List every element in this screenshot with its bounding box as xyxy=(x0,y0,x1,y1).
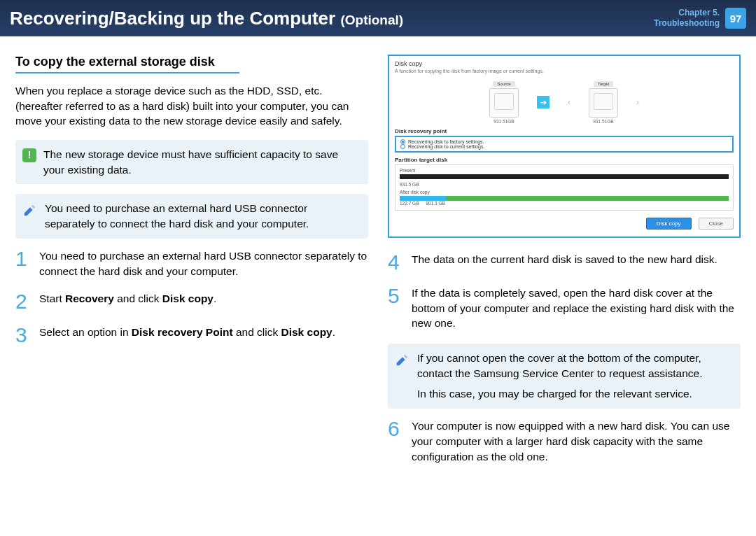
dialog-title: Disk copy xyxy=(395,60,734,67)
source-tag: Source xyxy=(493,81,514,87)
source-size: 931.51GB xyxy=(489,119,519,124)
recovery-point-label: Disk recovery point xyxy=(395,128,734,134)
alert-icon: ! xyxy=(22,148,36,162)
disk-copy-button[interactable]: Disk copy xyxy=(646,218,692,230)
step-number: 1 xyxy=(15,248,31,278)
present-label: Present xyxy=(400,168,729,173)
chapter-line2: Troubleshooting xyxy=(654,18,720,29)
after-label: After disk copy xyxy=(400,190,729,195)
note-icon xyxy=(22,202,38,218)
step-number: 2 xyxy=(15,291,31,312)
partition-label: Partition target disk xyxy=(395,157,734,163)
present-bar xyxy=(400,174,729,179)
title-main: Recovering/Backing up the Computer xyxy=(10,8,335,29)
title-optional: (Optional) xyxy=(340,13,403,27)
chapter-block: Chapter 5. Troubleshooting xyxy=(654,8,720,29)
after-size-b: 801.3 GB xyxy=(426,201,444,206)
left-column: To copy the external storage disk When y… xyxy=(15,55,368,477)
note-service-text: If you cannot open the cover at the bott… xyxy=(417,351,731,402)
option-current[interactable]: Recovering disk to current settings. xyxy=(400,144,728,149)
note-capacity-text: The new storage device must have suffici… xyxy=(43,147,358,177)
option-factory[interactable]: Recovering disk to factory settings. xyxy=(400,139,728,144)
hdd-icon xyxy=(589,88,618,118)
note-capacity: ! The new storage device must have suffi… xyxy=(15,140,368,184)
present-size: 931.5 GB xyxy=(400,182,729,187)
target-size: 931.51GB xyxy=(589,119,618,124)
disk-copy-dialog: Disk copy A function for copying the dis… xyxy=(388,55,741,238)
after-size-a: 122.7 GB xyxy=(400,201,419,206)
option-current-label: Recovering disk to current settings. xyxy=(408,144,484,149)
page-header: Recovering/Backing up the Computer (Opti… xyxy=(0,0,756,36)
after-bar xyxy=(400,196,729,201)
step-2: 2 Start Recovery and click Disk copy. xyxy=(15,291,368,312)
page-title: Recovering/Backing up the Computer (Opti… xyxy=(10,8,403,29)
step-6: 6 Your computer is now equipped with a n… xyxy=(388,418,741,464)
chapter-line1: Chapter 5. xyxy=(654,8,720,18)
step-5-text: If the data is completely saved, open th… xyxy=(412,285,741,331)
note-usb-connector: You need to purchase an external hard US… xyxy=(15,194,368,238)
step-1: 1 You need to purchase an external hard … xyxy=(15,248,368,278)
section-heading: To copy the external storage disk xyxy=(15,55,368,69)
step-4-text: The data on the current hard disk is sav… xyxy=(412,252,718,273)
note-usb-text: You need to purchase an external hard US… xyxy=(45,201,358,231)
close-button[interactable]: Close xyxy=(699,218,734,230)
page-number-badge: 97 xyxy=(725,8,746,29)
step-3: 3 Select an option in Disk recovery Poin… xyxy=(15,325,368,346)
step-number: 5 xyxy=(388,285,403,331)
section-underline xyxy=(15,72,239,73)
option-factory-label: Recovering disk to factory settings. xyxy=(408,139,484,144)
step-number: 3 xyxy=(15,325,31,346)
partition-box: Present 931.5 GB After disk copy 122.7 G… xyxy=(395,164,734,211)
arrow-right-icon: ➔ xyxy=(537,96,550,108)
step-5: 5 If the data is completely saved, open … xyxy=(388,285,741,331)
note-icon xyxy=(395,352,410,367)
step-6-text: Your computer is now equipped with a new… xyxy=(412,418,741,464)
note-service-center: If you cannot open the cover at the bott… xyxy=(388,344,741,409)
step-2-text: Start Recovery and click Disk copy. xyxy=(39,291,216,312)
source-drive: Source 931.51GB xyxy=(489,80,519,124)
dialog-subtitle: A function for copying the disk from fac… xyxy=(395,69,734,73)
step-number: 6 xyxy=(388,418,403,464)
step-4: 4 The data on the current hard disk is s… xyxy=(388,252,741,273)
hdd-icon xyxy=(489,88,519,118)
intro-paragraph: When you replace a storage device such a… xyxy=(15,83,368,129)
recovery-point-options: Recovering disk to factory settings. Rec… xyxy=(395,136,734,153)
step-3-text: Select an option in Disk recovery Point … xyxy=(39,325,335,346)
chevron-right-icon[interactable]: › xyxy=(636,97,639,107)
target-tag: Target xyxy=(594,81,614,87)
radio-icon xyxy=(400,144,405,149)
step-number: 4 xyxy=(388,252,403,273)
chevron-left-icon[interactable]: ‹ xyxy=(568,97,570,107)
right-column: Disk copy A function for copying the dis… xyxy=(388,55,741,477)
drive-row: Source 931.51GB ➔ ‹ Target 931.51GB › xyxy=(395,80,734,124)
target-drive: Target 931.51GB xyxy=(589,80,618,124)
radio-icon xyxy=(400,139,405,144)
step-1-text: You need to purchase an external hard US… xyxy=(39,248,368,278)
